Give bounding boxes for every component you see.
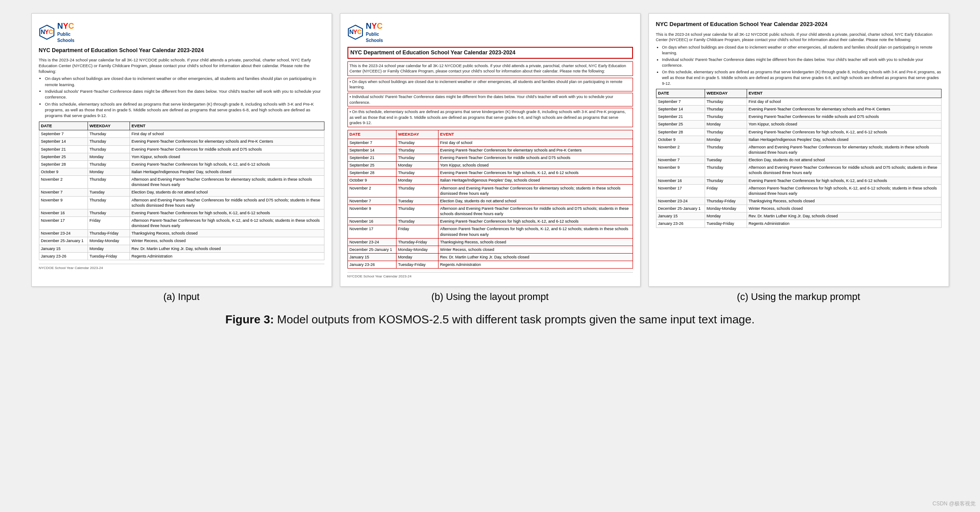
table-row: November 9ThursdayAfternoon and Evening … <box>39 196 324 209</box>
table-row: December 25-January 1Monday-MondayWinter… <box>39 237 324 245</box>
table-row: December 25-January 1Monday-MondayWinter… <box>347 246 633 253</box>
table-cell: Evening Parent-Teacher Conferences for m… <box>438 154 633 161</box>
bullet-b-wrapper: ▪ On days when school buildings are clos… <box>347 78 633 91</box>
table-cell: September 14 <box>656 106 705 113</box>
table-cell: Rev. Dr. Martin Luther King Jr. Day, sch… <box>747 212 941 220</box>
table-cell: Thursday <box>88 130 130 138</box>
table-cell: Monday <box>705 212 747 220</box>
col-date-b: DATE <box>347 130 396 139</box>
table-row: September 21ThursdayEvening Parent-Teach… <box>656 113 941 121</box>
table-row: January 23-26Tuesday-FridayRegents Admin… <box>656 220 941 228</box>
panel-b: N Y C NYC PublicSchools NYC Department o… <box>340 13 641 287</box>
table-cell: September 7 <box>656 98 705 106</box>
table-cell: Monday <box>396 253 438 261</box>
table-cell: Thursday-Friday <box>396 238 438 246</box>
table-cell: Winter Recess, schools closed <box>438 246 633 253</box>
bullet-b-1: ▪ On days when school buildings are clos… <box>350 79 631 90</box>
table-cell: October 9 <box>347 177 396 184</box>
table-row: November 16ThursdayEvening Parent-Teache… <box>656 177 941 184</box>
table-cell: Afternoon Parent-Teacher Conferences for… <box>130 217 324 230</box>
table-row: November 2ThursdayAfternoon and Evening … <box>347 184 633 197</box>
logo-b: N Y C NYC PublicSchools <box>347 21 633 43</box>
table-cell: First day of school <box>130 130 324 138</box>
table-row: November 9ThursdayAfternoon and Evening … <box>656 164 941 177</box>
table-cell: First day of school <box>747 98 941 106</box>
table-cell: Afternoon and Evening Parent-Teacher Con… <box>130 176 324 189</box>
table-row: January 15MondayRev. Dr. Martin Luther K… <box>347 253 633 261</box>
table-row: September 25MondayYom Kippur, schools cl… <box>39 153 324 160</box>
table-cell: Monday-Monday <box>705 205 747 212</box>
bullet-b-3-wrap: ▪ On this schedule, elementary schools a… <box>347 108 633 127</box>
table-cell: November 9 <box>656 164 705 177</box>
table-cell: January 23-26 <box>656 220 705 228</box>
table-cell: November 2 <box>656 143 705 156</box>
table-cell: September 14 <box>347 146 396 154</box>
table-cell: Italian Heritage/Indigenous Peoples' Day… <box>130 168 324 176</box>
panel-c-table: DATE WEEKDAY EVENT September 7ThursdayFi… <box>656 89 942 228</box>
table-cell: November 2 <box>347 184 396 197</box>
table-cell: September 25 <box>347 162 396 169</box>
table-cell: Afternoon and Evening Parent-Teacher Con… <box>438 184 633 197</box>
panel-labels-row: (a) Input (b) Using the layout prompt (c… <box>13 291 967 303</box>
panel-a-title: NYC Department of Education School Year … <box>39 47 324 54</box>
table-row: November 23-24Thursday-FridayThanksgivin… <box>347 238 633 246</box>
table-row: September 14ThursdayEvening Parent-Teach… <box>39 138 324 145</box>
table-row: November 7TuesdayElection Day, students … <box>39 189 324 196</box>
table-cell: January 23-26 <box>39 252 88 260</box>
bullet-a-1: On days when school buildings are closed… <box>45 76 324 87</box>
table-cell: Regents Administration <box>747 220 941 228</box>
table-cell: November 16 <box>347 218 396 225</box>
table-cell: November 16 <box>39 209 88 216</box>
table-cell: December 25-January 1 <box>39 237 88 245</box>
main-container: N Y C NYC PublicSchools NYC Department o… <box>13 13 967 328</box>
table-cell: Election Day, students do not attend sch… <box>747 156 941 164</box>
table-row: September 7ThursdayFirst day of school <box>347 139 633 146</box>
panel-b-intro: This is the 2023-24 school year calendar… <box>347 61 633 127</box>
table-cell: Monday <box>396 177 438 184</box>
table-cell: Yom Kippur, schools closed <box>438 162 633 169</box>
bullet-b-2: ▪ Individual schools' Parent-Teacher Con… <box>350 94 631 105</box>
table-cell: Thanksgiving Recess, schools closed <box>438 238 633 246</box>
table-cell: January 23-26 <box>347 261 396 269</box>
panel-a: N Y C NYC PublicSchools NYC Department o… <box>31 13 332 287</box>
table-cell: November 7 <box>656 156 705 164</box>
col-event-b: EVENT <box>438 130 633 139</box>
table-cell: Evening Parent-Teacher Conferences for h… <box>130 160 324 168</box>
table-cell: January 15 <box>656 212 705 220</box>
table-cell: First day of school <box>438 139 633 146</box>
table-cell: Thursday <box>705 128 747 136</box>
table-cell: Thursday <box>396 139 438 146</box>
panel-a-label: (a) Input <box>31 291 332 303</box>
table-cell: Evening Parent-Teacher Conferences for h… <box>747 177 941 184</box>
table-row: November 17FridayAfternoon Parent-Teache… <box>347 225 633 238</box>
table-cell: Monday <box>705 121 747 128</box>
table-cell: Thanksgiving Recess, schools closed <box>130 230 324 237</box>
table-cell: November 7 <box>39 189 88 196</box>
table-cell: Thursday <box>396 169 438 177</box>
col-event-c: EVENT <box>747 89 941 98</box>
table-cell: Thursday <box>396 184 438 197</box>
bullet-c-1: On days when school buildings are closed… <box>662 45 942 56</box>
logo-text-a: NYC PublicSchools <box>57 21 75 43</box>
panel-c-label: (c) Using the markup prompt <box>648 291 949 303</box>
table-cell: Afternoon Parent-Teacher Conferences for… <box>438 225 633 238</box>
table-cell: Friday <box>396 225 438 238</box>
watermark: CSDN @极客视觉 <box>932 500 976 508</box>
table-cell: Regents Administration <box>130 252 324 260</box>
logo-text-b: NYC PublicSchools <box>366 21 383 43</box>
figure-caption: Figure 3: Model outputs from KOSMOS-2.5 … <box>217 311 763 328</box>
table-cell: September 21 <box>656 113 705 121</box>
table-row: September 21ThursdayEvening Parent-Teach… <box>347 154 633 161</box>
bullet-b-2-wrap: ▪ Individual schools' Parent-Teacher Con… <box>347 93 633 106</box>
table-row: December 25-January 1Monday-MondayWinter… <box>656 205 941 212</box>
table-cell: Thursday <box>396 146 438 154</box>
col-date-c: DATE <box>656 89 705 98</box>
bullet-c-2: Individual schools' Parent-Teacher Confe… <box>662 57 942 68</box>
table-cell: September 7 <box>39 130 88 138</box>
table-cell: January 15 <box>347 253 396 261</box>
table-cell: November 17 <box>656 184 705 197</box>
panel-b-footer: NYCDOE School Year Calendar 2023-24 <box>347 272 633 279</box>
table-cell: Monday-Monday <box>88 237 130 245</box>
table-row: September 7ThursdayFirst day of school <box>39 130 324 138</box>
table-cell: September 28 <box>656 128 705 136</box>
